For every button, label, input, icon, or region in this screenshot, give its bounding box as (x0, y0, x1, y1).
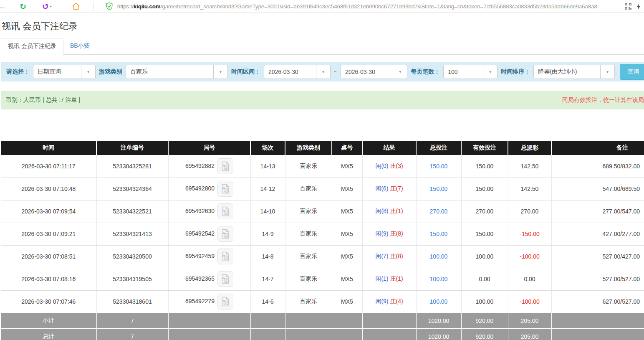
cell-result: 闲(0)庄(3) (362, 155, 416, 178)
cell-time: 2026-03-30 07:08:51 (1, 245, 96, 268)
query-type-select[interactable]: 日期查询 ▾ (33, 65, 96, 79)
col-table-no: 桌号 (332, 141, 362, 155)
col-note: 备注 (551, 141, 644, 155)
cell-game-type: 百家乐 (285, 155, 332, 178)
subtotal-valid-bet: 920.00 (461, 313, 508, 329)
cell-payout: 142.50 (508, 178, 551, 200)
cell-game-type: 百家乐 (285, 245, 332, 268)
total-valid-bet: 920.00 (461, 329, 508, 340)
round-no-text: 695492279 (185, 298, 215, 304)
col-session: 场次 (250, 141, 285, 155)
cell-session: 14-13 (250, 155, 285, 178)
video-replay-button[interactable] (217, 181, 233, 197)
chevron-down-icon: ▾ (393, 65, 407, 79)
cell-result: 闲(6)庄(7) (362, 178, 416, 200)
result-player: 闲(9) (375, 230, 388, 237)
cell-time: 2026-03-30 07:08:16 (1, 268, 96, 290)
cell-note: 527.00/427.00 (551, 245, 644, 268)
cell-payout: -100.00 (508, 245, 551, 268)
security-shield-icon[interactable] (106, 2, 113, 10)
cell-time: 2026-03-30 07:07:46 (1, 290, 96, 313)
total-bet-link[interactable]: 150.00 (416, 178, 461, 200)
cell-bet-no: 523304320500 (96, 245, 168, 268)
cell-session: 14-6 (250, 290, 285, 313)
table-row: 2026-03-30 07:11:17 523304325281 6954928… (1, 155, 644, 178)
cell-bet-no: 523304322521 (96, 200, 168, 223)
tab-bb-tip[interactable]: BB小费 (63, 38, 96, 54)
total-bet-link[interactable]: 100.00 (416, 245, 461, 268)
cell-bet-no: 523304318601 (96, 290, 168, 313)
summary-bar: 币别：人民币 | 总共 :7 注单 | 同局有效投注，统一计算在该局 (1, 91, 644, 109)
date-from-value: 2026-03-30 (264, 69, 298, 75)
date-from-select[interactable]: 2026-03-30 ▾ (264, 65, 331, 79)
cell-result: 闲(9)庄(8) (362, 223, 416, 245)
address-bar[interactable]: https://kiqiiu.com/game/betrecord_search… (117, 3, 623, 10)
result-player: 闲(7) (375, 253, 388, 259)
lightning-icon[interactable] (636, 3, 642, 10)
date-to-select[interactable]: 2026-03-30 ▾ (341, 65, 407, 79)
game-type-select[interactable]: 百家乐 ▾ (126, 65, 228, 79)
total-bet-link[interactable]: 100.00 (416, 290, 461, 313)
url-scheme: https:// (117, 3, 134, 10)
total-bet-link[interactable]: 150.00 (416, 155, 461, 178)
cell-game-type: 百家乐 (285, 290, 332, 313)
video-replay-button[interactable] (217, 294, 233, 310)
video-replay-button[interactable] (217, 158, 233, 174)
total-bet-link[interactable]: 150.00 (416, 223, 461, 245)
cell-session: 14-9 (250, 223, 285, 245)
col-result: 结果 (362, 141, 416, 155)
date-range-label: 时间区间： (231, 68, 260, 76)
round-no-text: 695492630 (185, 208, 215, 214)
video-replay-button[interactable] (217, 203, 233, 219)
cell-payout: 0.00 (508, 268, 551, 290)
page-size-select[interactable]: 100 ▾ (443, 65, 498, 79)
cell-time: 2026-03-30 07:09:21 (1, 223, 96, 245)
date-to-value: 2026-03-30 (341, 69, 375, 75)
cell-round-no: 695492630 (168, 200, 250, 223)
col-bet-no: 注单编号 (96, 141, 168, 155)
refresh-icon[interactable]: ↻ (20, 3, 26, 10)
cell-game-type: 百家乐 (285, 223, 332, 245)
total-bet-link[interactable]: 100.00 (416, 268, 461, 290)
cell-round-no: 695492882 (168, 155, 250, 178)
tab-bet-records[interactable]: 视讯 会员下注纪录 (1, 38, 63, 55)
video-replay-button[interactable] (217, 249, 233, 264)
query-type-value: 日期查询 (33, 68, 61, 76)
result-player: 闲(1) (375, 275, 388, 282)
sort-order-label: 时间排序： (501, 68, 530, 76)
subtotal-row: 小计 7 1020.00 920.00 205.00 (1, 313, 644, 329)
video-replay-button[interactable] (217, 271, 233, 287)
back-icon[interactable]: ← (0, 2, 6, 11)
cell-payout: -100.00 (508, 290, 551, 313)
qr-code-icon[interactable] (625, 3, 631, 10)
cell-valid-bet: 150.00 (461, 223, 508, 245)
cell-bet-no: 523304324364 (96, 178, 168, 200)
result-banker: 庄(4) (390, 298, 403, 304)
total-count: 7 (96, 329, 168, 340)
cell-valid-bet: 270.00 (461, 200, 508, 223)
home-icon[interactable] (72, 2, 80, 10)
sort-order-select[interactable]: 降幂(由大到小) ▾ (533, 65, 615, 79)
col-total-bet: 总投注 (416, 141, 461, 155)
filter-bar: 请选择： 日期查询 ▾ 游戏类别 百家乐 ▾ 时间区间： 2026-03-30 … (1, 62, 644, 81)
cell-game-type: 百家乐 (285, 200, 332, 223)
chevron-down-icon: ▾ (483, 65, 497, 79)
result-player: 闲(8) (375, 208, 388, 214)
total-total-bet: 1020.00 (416, 329, 461, 340)
chevron-down-icon: ▾ (600, 65, 614, 79)
cell-table-no: MX5 (332, 268, 362, 290)
result-banker: 庄(3) (390, 162, 403, 169)
search-button[interactable]: 查询 (620, 64, 644, 80)
cell-table-no: MX5 (332, 155, 362, 178)
video-replay-button[interactable] (217, 226, 233, 242)
total-bet-link[interactable]: 270.00 (416, 200, 461, 223)
col-time: 时间 (1, 141, 96, 155)
table-row: 2026-03-30 07:09:54 523304322521 6954926… (1, 200, 644, 223)
cell-round-no: 695492365 (168, 268, 250, 290)
subtotal-payout: 205.00 (508, 313, 551, 329)
cell-round-no: 695492279 (168, 290, 250, 313)
undo-button[interactable]: ↺ ▾ (42, 3, 52, 10)
toolbar-divider (93, 2, 94, 11)
table-row: 2026-03-30 07:07:46 523304318601 6954922… (1, 290, 644, 313)
cell-note: 627.00/527.00 (551, 290, 644, 313)
